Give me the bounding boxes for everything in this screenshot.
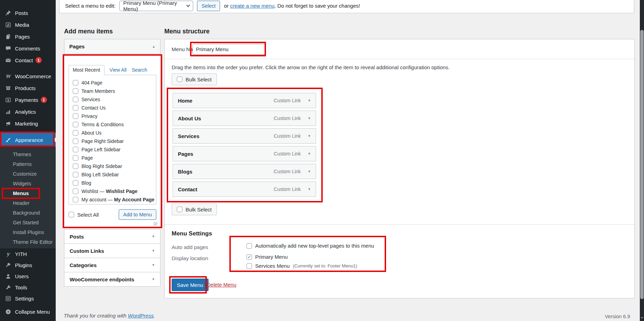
accordion-custom-links[interactable]: Custom Links ▼ — [64, 243, 160, 258]
resize-handle[interactable] — [154, 222, 157, 226]
checkbox[interactable] — [73, 163, 78, 169]
page-option-wishlist[interactable]: Wishlist — Wishlist Page — [73, 187, 156, 195]
menu-name-input[interactable] — [193, 44, 266, 55]
accordion-woocommerce-endpoints[interactable]: WooCommerce endpoints ▼ — [64, 272, 160, 287]
page-scrollbar[interactable] — [640, 0, 644, 321]
menu-item-blogs[interactable]: Blogs Custom Link ▼ — [173, 164, 316, 179]
sidebar-item-marketing[interactable]: Marketing — [0, 118, 56, 129]
wordpress-link[interactable]: WordPress — [128, 313, 154, 319]
bulk-select-toggle-top[interactable]: Bulk Select — [172, 73, 217, 85]
menu-select[interactable]: Primary Menu (Primary Menu) — [119, 1, 193, 11]
location-primary-menu-option[interactable]: Primary Menu — [246, 254, 288, 260]
sidebar-item-payments[interactable]: $ Payments 1 — [0, 94, 56, 106]
submenu-item-patterns[interactable]: Patterns — [0, 159, 56, 169]
select-button[interactable]: Select — [197, 1, 220, 11]
checkbox[interactable] — [73, 188, 78, 194]
add-to-menu-button[interactable]: Add to Menu — [119, 209, 156, 220]
scrollbar-thumb[interactable] — [640, 30, 644, 299]
tab-search[interactable]: Search — [132, 65, 147, 73]
checkbox[interactable] — [73, 88, 78, 94]
page-option-team-members[interactable]: Team Members — [73, 87, 156, 95]
save-menu-button[interactable]: Save Menu — [172, 279, 209, 291]
page-option-terms[interactable]: Terms & Conditions — [73, 120, 156, 129]
sidebar-item-plugins[interactable]: Plugins — [0, 259, 56, 271]
submenu-item-menus[interactable]: Menus — [0, 188, 56, 198]
chevron-down-icon[interactable]: ▼ — [308, 117, 311, 120]
checkbox[interactable] — [73, 180, 78, 186]
checkbox[interactable] — [177, 77, 182, 82]
checkbox[interactable] — [73, 197, 78, 202]
page-option-404-page[interactable]: 404 Page — [73, 79, 156, 87]
sidebar-item-media[interactable]: Media — [0, 19, 56, 31]
checkbox[interactable] — [73, 147, 78, 152]
submenu-item-background[interactable]: Background — [0, 208, 56, 218]
tab-most-recent[interactable]: Most Recent — [69, 65, 104, 75]
submenu-item-get-started[interactable]: Get Started — [0, 218, 56, 227]
chevron-down-icon[interactable]: ▼ — [308, 187, 311, 191]
checkbox-checked[interactable] — [246, 254, 252, 260]
submenu-item-header[interactable]: Header — [0, 198, 56, 208]
checkbox[interactable] — [73, 138, 78, 144]
menu-item-pages[interactable]: Pages Custom Link ▼ — [173, 146, 316, 161]
menu-item-about-us[interactable]: About Us Custom Link ▼ — [173, 111, 316, 126]
tab-view-all[interactable]: View All — [110, 65, 127, 73]
chevron-down-icon[interactable]: ▼ — [308, 152, 311, 155]
sidebar-item-settings[interactable]: Settings — [0, 293, 56, 304]
submenu-item-widgets[interactable]: Widgets — [0, 179, 56, 188]
checkbox[interactable] — [177, 207, 182, 212]
page-option-services[interactable]: Services — [73, 95, 156, 104]
submenu-item-install-plugins[interactable]: Install Plugins — [0, 227, 56, 237]
pages-accordion-header[interactable]: Pages ▲ — [64, 39, 160, 54]
chevron-down-icon[interactable]: ▼ — [308, 170, 311, 173]
sidebar-item-posts[interactable]: Posts — [0, 7, 56, 19]
page-option-my-account[interactable]: My account — My Account Page — [73, 195, 156, 204]
page-option-blog-right-sidebar[interactable]: Blog Right Sidebar — [73, 162, 156, 170]
checkbox[interactable] — [73, 80, 78, 86]
accordion-posts[interactable]: Posts ▼ — [64, 229, 160, 244]
page-option-contact-us[interactable]: Contact Us — [73, 104, 156, 112]
chevron-down-icon[interactable]: ▼ — [308, 134, 311, 138]
page-option-page-right-sidebar[interactable]: Page Right Sidebar — [73, 137, 156, 145]
menu-item-contact[interactable]: Contact Custom Link ▼ — [173, 182, 316, 197]
sidebar-item-products[interactable]: Products — [0, 82, 56, 94]
page-option-blog[interactable]: Blog — [73, 179, 156, 187]
location-services-menu-option[interactable]: Services Menu (Currently set to: Footer … — [246, 263, 357, 269]
page-option-page[interactable]: Page — [73, 154, 156, 162]
checkbox[interactable] — [73, 130, 78, 136]
auto-add-pages-option[interactable]: Automatically add new top-level pages to… — [246, 243, 374, 249]
create-new-menu-link[interactable]: create a new menu — [230, 3, 275, 9]
menu-item-home[interactable]: Home Custom Link ▼ — [173, 93, 316, 108]
sidebar-item-woocommerce[interactable]: W WooCommerce — [0, 70, 56, 82]
sidebar-item-contact[interactable]: Contact 1 — [0, 54, 56, 66]
checkbox[interactable] — [69, 212, 74, 217]
page-option-about-us[interactable]: About Us — [73, 129, 156, 137]
menu-item-services[interactable]: Services Custom Link ▼ — [173, 128, 316, 144]
collapse-menu-button[interactable]: Collapse Menu — [0, 306, 56, 318]
checkbox[interactable] — [73, 113, 78, 119]
delete-menu-link[interactable]: Delete Menu — [207, 282, 236, 288]
bulk-select-toggle-bottom[interactable]: Bulk Select — [172, 203, 217, 215]
checkbox[interactable] — [246, 243, 252, 249]
sidebar-item-analytics[interactable]: Analytics — [0, 106, 56, 118]
sidebar-item-appearance[interactable]: Appearance — [0, 133, 56, 147]
submenu-item-themes[interactable]: Themes — [0, 150, 56, 159]
submenu-item-theme-file-editor[interactable]: Theme File Editor — [0, 237, 56, 247]
checkbox[interactable] — [73, 155, 78, 161]
page-option-page-left-sidebar[interactable]: Page Left Sidebar — [73, 145, 156, 154]
accordion-categories[interactable]: Categories ▼ — [64, 258, 160, 272]
sidebar-item-tools[interactable]: Tools — [0, 282, 56, 293]
sidebar-item-pages[interactable]: Pages — [0, 31, 56, 42]
page-option-blog-left-sidebar[interactable]: Blog Left Sidebar — [73, 170, 156, 179]
checkbox[interactable] — [73, 172, 78, 177]
checkbox[interactable] — [73, 97, 78, 102]
checkbox[interactable] — [73, 105, 78, 111]
select-all-checkbox-row[interactable]: Select All — [69, 210, 99, 219]
sidebar-item-yith[interactable]: y YITH — [0, 248, 56, 259]
checkbox[interactable] — [246, 263, 252, 269]
submenu-item-customize[interactable]: Customize — [0, 169, 56, 179]
sidebar-item-users[interactable]: Users — [0, 271, 56, 282]
checkbox[interactable] — [73, 122, 78, 127]
scrollbar-down-arrow-icon[interactable] — [641, 317, 643, 320]
sidebar-item-comments[interactable]: Comments — [0, 42, 56, 54]
page-option-privacy[interactable]: Privacy — [73, 112, 156, 120]
